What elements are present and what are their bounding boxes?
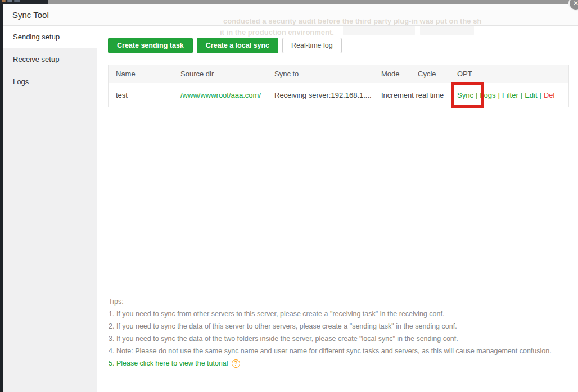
tip-5-row: 5. Please click here to view the tutoria…: [109, 357, 552, 370]
edit-action-link[interactable]: Edit: [525, 91, 537, 99]
create-sending-task-button[interactable]: Create sending task: [108, 38, 193, 53]
delete-action-link[interactable]: Del: [544, 91, 555, 99]
sidebar-item-logs[interactable]: Logs: [3, 71, 97, 93]
dialog-title-bar: Sync Tool: [3, 4, 578, 26]
table-header-row: Name Source dir Sync to Mode Cycle OPT: [109, 65, 568, 83]
column-header-name: Name: [109, 70, 173, 78]
action-separator: |: [521, 91, 522, 99]
column-header-cycle: Cycle: [410, 70, 450, 78]
sync-tool-dialog: Sync Tool conducted a security audit bef…: [3, 4, 578, 392]
sidebar-item-label: Logs: [13, 78, 29, 86]
task-actions-cell: Sync|Logs|Filter|Edit|Del: [450, 91, 568, 99]
tip-1: 1. If you need to sync from other server…: [109, 308, 552, 320]
background-text-fragment: [2, 0, 6, 2]
task-name-cell: test: [109, 91, 173, 99]
close-icon: ✕: [573, 0, 578, 7]
background-text-fragment: [7, 0, 12, 2]
tip-4: 4. Note: Please do not use the same sync…: [109, 345, 552, 357]
main-content: Create sending task Create a local sync …: [97, 26, 578, 392]
task-mode-cell: Increment real time: [374, 91, 410, 99]
sidebar: Sending setup Receive setup Logs: [3, 26, 97, 392]
background-text-fragment: [14, 0, 20, 2]
tips-section: Tips: 1. If you need to sync from other …: [109, 295, 552, 370]
action-separator: |: [498, 91, 500, 99]
toolbar: Create sending task Create a local sync …: [108, 38, 342, 53]
background-top-strip: [48, 0, 578, 4]
page-title: Sync Tool: [12, 4, 49, 26]
source-dir-link[interactable]: /www/wwwroot/aaa.com/: [180, 91, 261, 99]
tip-2: 2. If you need to sync the data of this …: [109, 320, 552, 332]
task-sync-to-cell: Receiving server:192.168.1....: [267, 91, 374, 99]
logs-action-link[interactable]: Logs: [480, 91, 495, 99]
action-separator: |: [476, 91, 477, 99]
action-separator: |: [540, 91, 541, 99]
sync-task-table: Name Source dir Sync to Mode Cycle OPT t…: [108, 65, 569, 107]
column-header-source-dir: Source dir: [173, 70, 267, 78]
table-row: test /www/wwwroot/aaa.com/ Receiving ser…: [109, 83, 568, 107]
sync-action-link[interactable]: Sync: [457, 91, 473, 99]
filter-action-link[interactable]: Filter: [502, 91, 518, 99]
column-header-sync-to: Sync to: [267, 70, 374, 78]
task-source-dir-cell: /www/wwwroot/aaa.com/: [173, 91, 267, 99]
sidebar-item-label: Receive setup: [13, 55, 59, 63]
realtime-log-button[interactable]: Real-time log: [282, 38, 342, 53]
create-local-sync-button[interactable]: Create a local sync: [197, 38, 278, 53]
column-header-opt: OPT: [450, 70, 568, 78]
sidebar-item-label: Sending setup: [13, 33, 60, 41]
tutorial-link[interactable]: 5. Please click here to view the tutoria…: [109, 359, 228, 367]
tip-3: 3. If you need to sync the data of the t…: [109, 332, 552, 345]
help-icon[interactable]: ?: [232, 359, 240, 368]
sidebar-item-receive-setup[interactable]: Receive setup: [3, 48, 97, 71]
background-app-dark-edge: [0, 0, 48, 4]
sidebar-item-sending-setup[interactable]: Sending setup: [3, 26, 97, 48]
tips-heading: Tips:: [109, 295, 552, 308]
column-header-mode: Mode: [374, 70, 410, 78]
